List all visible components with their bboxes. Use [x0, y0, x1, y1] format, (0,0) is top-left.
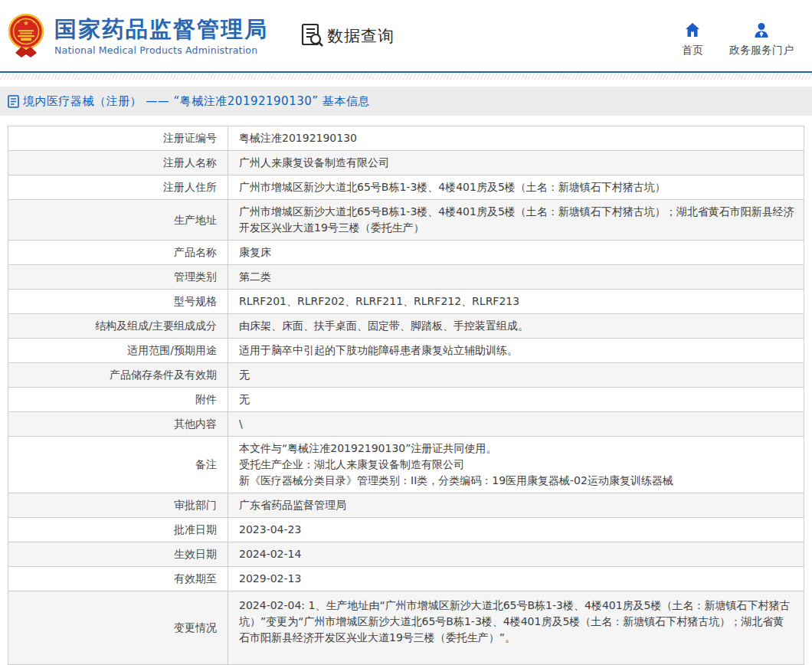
row-value: 广州市增城区新沙大道北65号B栋1-3楼、4楼401房及5楼（土名：新塘镇石下村…: [228, 175, 804, 200]
org-names: 国家药品监督管理局 National Medical Products Admi…: [54, 16, 268, 56]
row-value: 第二类: [228, 265, 804, 290]
row-value: 无: [228, 363, 804, 388]
row-value: 广东省药品监督管理局: [228, 493, 804, 518]
row-value: 2023-04-23: [228, 518, 804, 542]
row-value: 适用于脑卒中引起的下肢功能障碍患者康复站立辅助训练。: [228, 339, 804, 363]
row-label: 有效期至: [8, 567, 228, 591]
table-row-other-content: 其他内容 \: [8, 412, 804, 437]
person-icon: [754, 22, 769, 38]
row-label: 备注: [8, 437, 228, 493]
row-value: 广州人来康复设备制造有限公司: [228, 151, 804, 175]
row-value: 粤械注准20192190130: [228, 126, 804, 151]
svg-text:★: ★: [23, 19, 29, 27]
table-row-model-spec: 型号规格 RLRF201、RLRF202、RLRF211、RLRF212、RLR…: [8, 290, 804, 314]
site-header: ★ ★ ★ 国家药品监督管理局 National Medical Product…: [0, 0, 812, 71]
row-label: 注册证编号: [8, 126, 228, 151]
nav-portal[interactable]: 政务服务门户: [729, 22, 794, 57]
row-label: 附件: [8, 388, 228, 412]
table-row-changes: 变更情况 2024-02-04: 1、生产地址由“广州市增城区新沙大道北65号B…: [8, 591, 804, 665]
row-value: 康复床: [228, 241, 804, 265]
table-row-management-class: 管理类别 第二类: [8, 265, 804, 290]
row-value: 由床架、床面、扶手桌面、固定带、脚踏板、手控装置组成。: [228, 314, 804, 339]
row-value: 广州市增城区新沙大道北65号B栋1-3楼、4楼401房及5楼（土名：新塘镇石下村…: [228, 200, 804, 241]
org-name-en: National Medical Products Administration: [54, 44, 268, 56]
svg-text:★: ★: [17, 19, 21, 24]
table-row-approval-date: 批准日期 2023-04-23: [8, 518, 804, 542]
table-row-registrant-address: 注册人住所 广州市增城区新沙大道北65号B栋1-3楼、4楼401房及5楼（土名：…: [8, 175, 804, 200]
row-value: \: [228, 412, 804, 437]
table-row-storage: 产品储存条件及有效期 无: [8, 363, 804, 388]
breadcrumb-text: 境内医疗器械（注册） —— “粤械注准20192190130” 基本信息: [23, 94, 370, 109]
row-label: 型号规格: [8, 290, 228, 314]
table-row-remarks: 备注 本文件与“粤械注准20192190130”注册证共同使用。 受托生产企业：…: [8, 437, 804, 493]
nav-portal-label: 政务服务门户: [729, 44, 794, 57]
row-label: 其他内容: [8, 412, 228, 437]
table-row-registrant-name: 注册人名称 广州人来康复设备制造有限公司: [8, 151, 804, 175]
row-label: 注册人住所: [8, 175, 228, 200]
data-query-icon: [300, 23, 323, 48]
info-table-body: 注册证编号 粤械注准20192190130 注册人名称 广州人来康复设备制造有限…: [8, 126, 804, 665]
table-row-production-address: 生产地址 广州市增城区新沙大道北65号B栋1-3楼、4楼401房及5楼（土名：新…: [8, 200, 804, 241]
row-value: 2024-02-04: 1、生产地址由“广州市增城区新沙大道北65号B栋1-3楼…: [228, 591, 804, 665]
table-row-approval-dept: 审批部门 广东省药品监督管理局: [8, 493, 804, 518]
table-row-effective-date: 生效日期 2024-02-14: [8, 542, 804, 567]
row-label: 生效日期: [8, 542, 228, 567]
table-row-structure: 结构及组成/主要组成成分 由床架、床面、扶手桌面、固定带、脚踏板、手控装置组成。: [8, 314, 804, 339]
info-table: 注册证编号 粤械注准20192190130 注册人名称 广州人来康复设备制造有限…: [8, 126, 804, 665]
table-row-product-name: 产品名称 康复床: [8, 241, 804, 265]
row-label: 产品名称: [8, 241, 228, 265]
table-row-intended-use: 适用范围/预期用途 适用于脑卒中引起的下肢功能障碍患者康复站立辅助训练。: [8, 339, 804, 363]
national-emblem-logo: ★ ★ ★: [8, 11, 44, 62]
row-label: 生产地址: [8, 200, 228, 241]
svg-text:★: ★: [32, 19, 36, 24]
header-nav: 首页 政务服务门户: [682, 22, 794, 57]
nav-home-label: 首页: [682, 44, 703, 57]
row-label: 管理类别: [8, 265, 228, 290]
row-label: 审批部门: [8, 493, 228, 518]
row-value: 本文件与“粤械注准20192190130”注册证共同使用。 受托生产企业：湖北人…: [228, 437, 804, 493]
row-label: 产品储存条件及有效期: [8, 363, 228, 388]
breadcrumb: 境内医疗器械（注册） —— “粤械注准20192190130” 基本信息: [0, 87, 812, 116]
row-label: 结构及组成/主要组成成分: [8, 314, 228, 339]
row-label: 变更情况: [8, 591, 228, 665]
data-query-label: 数据查询: [327, 25, 395, 47]
org-name-zh: 国家药品监督管理局: [54, 16, 268, 42]
hatch-band: [0, 73, 812, 80]
row-value: RLRF201、RLRF202、RLRF211、RLRF212、RLRF213: [228, 290, 804, 314]
table-row-attachment: 附件 无: [8, 388, 804, 412]
data-query-link[interactable]: 数据查询: [300, 23, 395, 48]
row-label: 注册人名称: [8, 151, 228, 175]
header-left: ★ ★ ★ 国家药品监督管理局 National Medical Product…: [8, 10, 395, 62]
row-label: 批准日期: [8, 518, 228, 542]
row-value: 2024-02-14: [228, 542, 804, 567]
row-value: 无: [228, 388, 804, 412]
row-value: 2029-02-13: [228, 567, 804, 591]
home-icon: [685, 22, 700, 38]
document-icon: [8, 95, 19, 108]
table-row-reg-no: 注册证编号 粤械注准20192190130: [8, 126, 804, 151]
table-row-valid-until: 有效期至 2029-02-13: [8, 567, 804, 591]
row-label: 适用范围/预期用途: [8, 339, 228, 363]
nav-home[interactable]: 首页: [682, 22, 703, 57]
